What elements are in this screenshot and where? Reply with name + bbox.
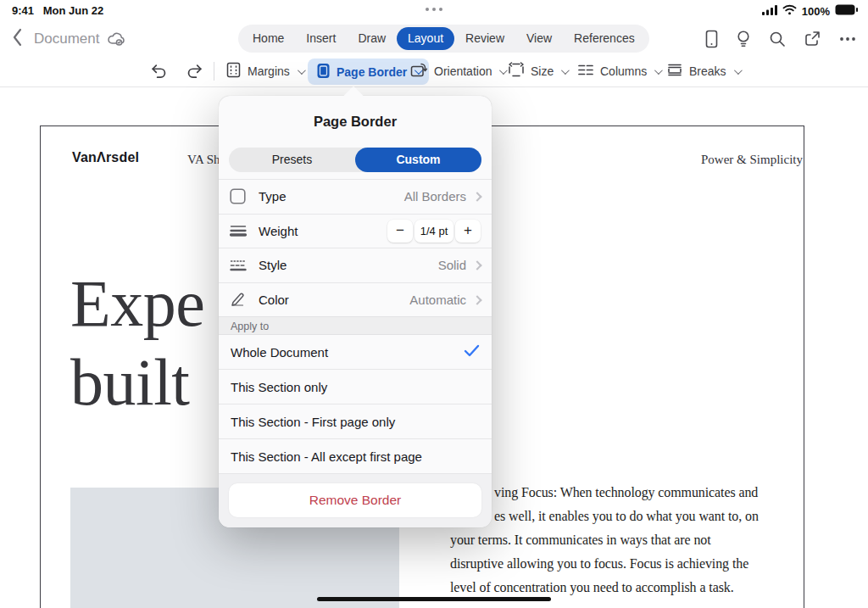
size-button[interactable]: Size — [508, 56, 567, 86]
style-row[interactable]: Style Solid — [219, 248, 492, 283]
layout-toolbar: Margins Page Border Orientation — [0, 56, 868, 87]
chevron-right-icon — [472, 260, 481, 270]
columns-label: Columns — [600, 64, 647, 78]
tab-draw[interactable]: Draw — [347, 27, 397, 50]
option-label: This Section only — [231, 380, 327, 394]
status-bar: 9:41 Mon Jun 22 100% — [0, 0, 868, 21]
size-label: Size — [531, 64, 554, 78]
body-text-line: level of concentration you need to accom… — [450, 580, 734, 595]
option-whole-document[interactable]: Whole Document — [219, 335, 492, 370]
color-label: Color — [259, 293, 289, 307]
columns-button[interactable]: Columns — [577, 56, 660, 86]
document-back-group: Document — [12, 21, 125, 56]
breaks-button[interactable]: Breaks — [666, 56, 740, 86]
orientation-icon — [410, 62, 428, 81]
date: Mon Jun 22 — [43, 4, 104, 17]
undo-button[interactable] — [149, 56, 169, 86]
remove-border-button[interactable]: Remove Border — [229, 483, 481, 517]
tab-home[interactable]: Home — [242, 27, 295, 50]
share-icon[interactable] — [804, 30, 821, 47]
tab-references[interactable]: References — [563, 27, 646, 50]
battery-icon — [835, 3, 858, 19]
breaks-icon — [666, 63, 683, 80]
wifi-icon — [782, 3, 797, 19]
color-row[interactable]: Color Automatic — [219, 283, 492, 318]
option-label: This Section - All except first page — [231, 449, 422, 464]
presets-custom-segmented-control: Presets Custom — [229, 148, 481, 172]
line-weight-icon — [230, 223, 252, 238]
tab-view[interactable]: View — [515, 27, 563, 50]
weight-decrement-button[interactable]: − — [387, 220, 413, 243]
custom-segment[interactable]: Custom — [355, 148, 481, 172]
chevron-down-icon — [298, 66, 306, 75]
breaks-label: Breaks — [689, 64, 726, 78]
chevron-down-icon — [561, 66, 570, 75]
columns-icon — [577, 63, 594, 80]
ribbon-tabs: Home Insert Draw Layout Review View Refe… — [238, 25, 649, 53]
cloud-status-icon — [107, 31, 125, 47]
status-right: 100% — [762, 3, 858, 19]
weight-increment-button[interactable]: + — [455, 220, 481, 243]
margins-label: Margins — [248, 64, 290, 78]
weight-row: Weight − 1/4 pt + — [219, 215, 492, 249]
body-text-line: disruptive allowing you to focus. Focus … — [450, 556, 748, 572]
nav-action-icons — [705, 21, 856, 56]
border-settings-rows: Type All Borders Weight − 1/4 pt — [219, 179, 492, 317]
pen-color-icon — [230, 292, 252, 308]
option-first-page-only[interactable]: This Section - First page only — [219, 404, 492, 439]
option-label: Whole Document — [231, 345, 328, 360]
home-indicator[interactable] — [317, 597, 551, 602]
more-ellipsis-icon[interactable] — [839, 36, 856, 42]
size-icon — [508, 62, 525, 81]
margins-button[interactable]: Margins — [225, 56, 303, 86]
chevron-right-icon — [472, 192, 481, 201]
weight-stepper: − 1/4 pt + — [387, 220, 481, 243]
apply-to-options: Whole Document This Section only This Se… — [219, 335, 492, 474]
style-value: Solid — [438, 258, 466, 272]
presets-segment[interactable]: Presets — [229, 148, 355, 172]
chevron-down-icon — [734, 66, 743, 75]
weight-value: 1/4 pt — [415, 220, 453, 243]
chevron-down-icon — [499, 66, 508, 75]
tab-layout[interactable]: Layout — [397, 27, 454, 50]
option-all-except-first-page[interactable]: This Section - All except first page — [219, 439, 492, 474]
chevron-right-icon — [472, 295, 481, 304]
multitask-dots-icon — [426, 8, 442, 11]
back-chevron-icon[interactable] — [12, 28, 23, 50]
status-left: 9:41 Mon Jun 22 — [12, 4, 103, 17]
orientation-label: Orientation — [434, 64, 492, 78]
color-value: Automatic — [409, 293, 466, 307]
type-label: Type — [259, 189, 287, 204]
popover-footer: Remove Border — [219, 474, 492, 527]
popover-title: Page Border — [219, 114, 492, 130]
document-title[interactable]: Document — [34, 31, 99, 47]
mobile-view-icon[interactable] — [705, 30, 718, 48]
header-tagline: Power & Simplicity — [701, 153, 803, 167]
option-this-section-only[interactable]: This Section only — [219, 370, 492, 404]
body-text-line: ving Focus: When technology communicates… — [494, 485, 758, 500]
nav-bar: Document Home Insert Draw Layout Review … — [0, 21, 868, 56]
option-label: This Section - First page only — [231, 415, 395, 429]
document-heading: Expe built — [70, 264, 204, 421]
page-border-popover: Page Border Presets Custom Type All Bord… — [219, 96, 492, 527]
redo-button[interactable] — [185, 56, 204, 86]
toolbar-divider — [214, 62, 214, 81]
line-style-icon — [230, 258, 252, 273]
tab-review[interactable]: Review — [454, 27, 515, 50]
page-border-icon — [316, 63, 331, 81]
type-row[interactable]: Type All Borders — [219, 180, 492, 215]
body-text-line: your terms. It communicates in ways that… — [450, 533, 711, 548]
lightbulb-icon[interactable] — [736, 30, 751, 48]
body-text-line: es well, it enables you to do what you w… — [494, 509, 759, 524]
weight-label: Weight — [259, 224, 298, 238]
search-icon[interactable] — [769, 31, 786, 47]
heading-line-2: built — [70, 343, 204, 421]
cellular-signal-icon — [762, 3, 777, 19]
tab-insert[interactable]: Insert — [295, 27, 347, 50]
orientation-button[interactable]: Orientation — [410, 56, 505, 86]
vanarsdel-logo: VanΛrsdel — [72, 150, 139, 165]
checkbox-icon — [230, 188, 252, 204]
chevron-down-icon — [654, 66, 663, 75]
battery-percentage: 100% — [802, 5, 830, 18]
apply-to-header: Apply to — [219, 316, 492, 335]
